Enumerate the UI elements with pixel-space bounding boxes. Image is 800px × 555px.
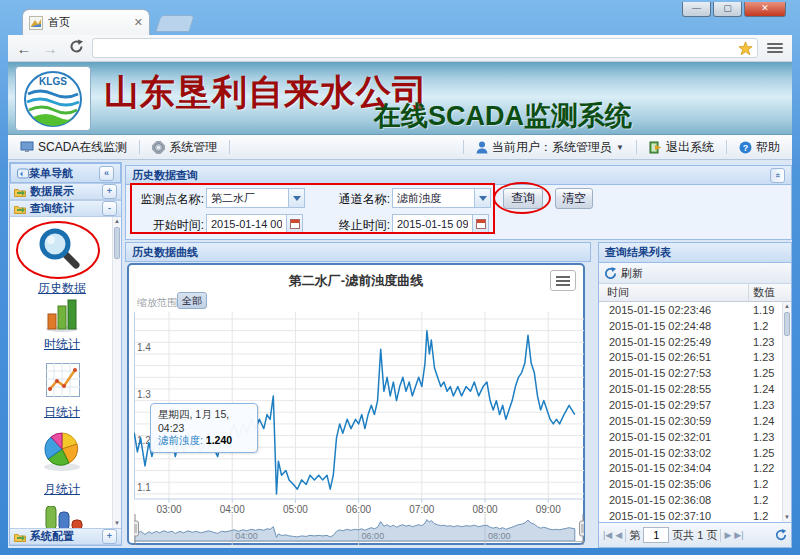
tab-title: 首页 bbox=[48, 15, 129, 30]
sidebar-item-month-stats[interactable]: 月统计 bbox=[10, 481, 114, 498]
menu-scada-monitor[interactable]: SCADA在线监测 bbox=[16, 137, 131, 158]
scroll-thumb[interactable] bbox=[784, 312, 790, 336]
search-button[interactable]: 查询 bbox=[503, 188, 543, 209]
field-label-station: 监测点名称: bbox=[136, 191, 204, 208]
prev-page-icon[interactable]: ◀ bbox=[615, 530, 622, 540]
scroll-down-icon[interactable]: ▼ bbox=[113, 519, 121, 528]
dropdown-trigger-icon[interactable] bbox=[288, 188, 305, 208]
scroll-down-icon[interactable]: ▼ bbox=[783, 513, 791, 522]
pie-chart-icon[interactable] bbox=[39, 431, 85, 473]
browser-menu-icon[interactable] bbox=[764, 39, 786, 57]
current-user-menu[interactable]: 当前用户：系统管理员 ▼ bbox=[472, 137, 628, 158]
expand-icon[interactable]: + bbox=[102, 184, 117, 199]
sidebar-group-system-config[interactable]: 系统配置 + bbox=[10, 528, 121, 545]
calendar-icon[interactable] bbox=[472, 214, 489, 234]
page-number-input[interactable] bbox=[643, 527, 669, 543]
column-time[interactable]: 时间 bbox=[599, 284, 749, 301]
browser-tab[interactable]: 首页 ✕ bbox=[22, 9, 150, 35]
back-icon[interactable]: ← bbox=[14, 40, 34, 57]
station-select-input[interactable] bbox=[206, 188, 288, 208]
cell-time: 2015-01-15 02:25:49 bbox=[599, 336, 749, 348]
reload-icon[interactable] bbox=[66, 39, 86, 57]
browser-toolbar: ← → bbox=[8, 35, 792, 62]
table-row[interactable]: 2015-01-15 02:32:011.23 bbox=[599, 429, 791, 445]
chart-navigator[interactable]: 04:0006:0008:00 bbox=[134, 514, 584, 545]
logo-text: KLGS bbox=[39, 76, 67, 87]
table-row[interactable]: 2015-01-15 02:25:491.23 bbox=[599, 334, 791, 350]
sidebar-item-history-data[interactable]: 历史数据 bbox=[10, 280, 114, 297]
nav-sidebar: 菜单导航 « 数据展示 + 查询统计 - bbox=[9, 162, 122, 546]
table-row[interactable]: 2015-01-15 02:30:591.24 bbox=[599, 413, 791, 429]
table-row[interactable]: 2015-01-15 02:35:061.2 bbox=[599, 476, 791, 492]
scroll-thumb[interactable] bbox=[114, 227, 120, 259]
sidebar-item-hour-stats[interactable]: 时统计 bbox=[10, 336, 114, 353]
new-tab-button[interactable] bbox=[155, 15, 195, 32]
table-row[interactable]: 2015-01-15 02:26:511.23 bbox=[599, 350, 791, 366]
channel-select[interactable] bbox=[392, 188, 491, 208]
panel-collapse-icon[interactable]: « bbox=[770, 168, 785, 183]
sidebar-scrollbar[interactable]: ▲ ▼ bbox=[112, 217, 121, 528]
cell-value: 1.25 bbox=[749, 367, 781, 379]
start-time-field[interactable] bbox=[206, 214, 303, 234]
cell-value: 1.23 bbox=[749, 399, 781, 411]
results-table-body: 2015-01-15 02:23:461.192015-01-15 02:24:… bbox=[599, 302, 791, 522]
pager-refresh-icon[interactable] bbox=[775, 529, 787, 541]
end-time-input[interactable] bbox=[392, 214, 472, 234]
end-time-field[interactable] bbox=[392, 214, 489, 234]
menu-system-manage[interactable]: 系统管理 bbox=[148, 137, 221, 158]
minimize-button[interactable]: — bbox=[682, 2, 711, 17]
help-menu[interactable]: ? 帮助 bbox=[735, 137, 784, 158]
sidebar-collapse-icon[interactable]: « bbox=[99, 166, 114, 181]
expand-icon[interactable]: + bbox=[102, 529, 117, 544]
line-chart-icon[interactable] bbox=[46, 363, 80, 397]
close-button[interactable]: ✕ bbox=[744, 2, 786, 17]
tab-close-icon[interactable]: ✕ bbox=[134, 16, 143, 29]
table-row[interactable]: 2015-01-15 02:27:531.25 bbox=[599, 365, 791, 381]
last-page-icon[interactable]: ▶| bbox=[734, 530, 743, 540]
first-page-icon[interactable]: |◀ bbox=[603, 530, 612, 540]
refresh-icon[interactable] bbox=[604, 267, 617, 280]
table-row[interactable]: 2015-01-15 02:24:481.2 bbox=[599, 318, 791, 334]
column-value[interactable]: 数值 bbox=[749, 284, 783, 301]
table-row[interactable]: 2015-01-15 02:28:551.24 bbox=[599, 381, 791, 397]
table-row[interactable]: 2015-01-15 02:23:461.19 bbox=[599, 302, 791, 318]
channel-select-input[interactable] bbox=[392, 188, 474, 208]
curve-panel-header: 历史数据曲线 bbox=[125, 242, 591, 262]
table-row[interactable]: 2015-01-15 02:37:101.2 bbox=[599, 508, 791, 522]
chart-menu-icon[interactable] bbox=[550, 270, 576, 291]
next-page-icon[interactable]: ▶ bbox=[724, 530, 731, 540]
results-scrollbar[interactable]: ▲ ▼ bbox=[782, 302, 791, 522]
svg-text:05:00: 05:00 bbox=[283, 504, 308, 514]
sidebar-group-query-stats[interactable]: 查询统计 - bbox=[10, 200, 121, 217]
search-icon[interactable] bbox=[37, 226, 81, 270]
cell-value: 1.2 bbox=[749, 494, 781, 506]
cell-time: 2015-01-15 02:37:10 bbox=[599, 510, 749, 522]
dropdown-trigger-icon[interactable] bbox=[474, 188, 491, 208]
table-row[interactable]: 2015-01-15 02:34:041.22 bbox=[599, 460, 791, 476]
header-banner: KLGS 山东垦利自来水公司 在线SCADA监测系统 bbox=[8, 62, 792, 135]
sidebar-group-data-display[interactable]: 数据展示 + bbox=[10, 183, 121, 200]
station-select[interactable] bbox=[206, 188, 305, 208]
refresh-label[interactable]: 刷新 bbox=[621, 266, 643, 281]
bookmark-star-icon[interactable] bbox=[738, 41, 753, 56]
collapse-icon[interactable]: - bbox=[102, 201, 117, 216]
calendar-icon[interactable] bbox=[286, 214, 303, 234]
table-row[interactable]: 2015-01-15 02:36:081.2 bbox=[599, 492, 791, 508]
table-row[interactable]: 2015-01-15 02:33:021.25 bbox=[599, 445, 791, 461]
table-row[interactable]: 2015-01-15 02:29:571.23 bbox=[599, 397, 791, 413]
scroll-up-icon[interactable]: ▲ bbox=[113, 217, 121, 226]
range-button-all[interactable]: 全部 bbox=[177, 292, 207, 309]
start-time-input[interactable] bbox=[206, 214, 286, 234]
page-suffix-label: 页共 1 页 bbox=[672, 528, 717, 543]
scroll-up-icon[interactable]: ▲ bbox=[783, 302, 791, 311]
cell-value: 1.24 bbox=[749, 415, 781, 427]
cell-value: 1.22 bbox=[749, 462, 781, 474]
sidebar-item-day-stats[interactable]: 日统计 bbox=[10, 404, 114, 421]
address-bar[interactable] bbox=[92, 38, 758, 58]
forward-icon[interactable]: → bbox=[40, 40, 60, 57]
logout-menu[interactable]: 退出系统 bbox=[645, 137, 718, 158]
clear-button[interactable]: 清空 bbox=[555, 188, 593, 209]
maximize-button[interactable]: ▢ bbox=[713, 2, 742, 17]
bar-chart-partial-icon[interactable] bbox=[44, 506, 84, 528]
bar-chart-icon[interactable] bbox=[44, 298, 80, 332]
